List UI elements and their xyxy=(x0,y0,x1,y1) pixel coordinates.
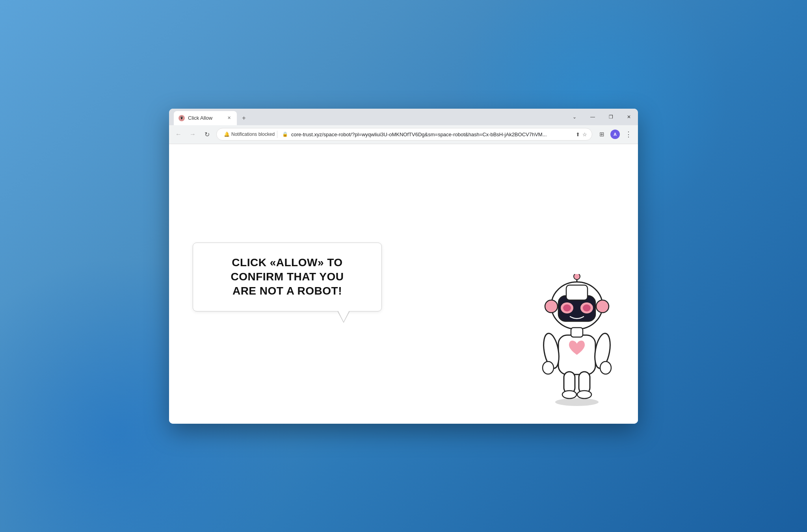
forward-icon: → xyxy=(190,131,196,138)
bookmark-icon[interactable]: ☆ xyxy=(582,132,587,137)
speech-bubble-wrapper: CLICK «ALLOW» TO CONFIRM THAT YOU ARE NO… xyxy=(193,242,382,311)
active-tab[interactable]: Click Allow ✕ xyxy=(174,111,237,125)
svg-point-23 xyxy=(555,398,599,406)
tab-close-button[interactable]: ✕ xyxy=(226,115,232,121)
page-content: CLICK «ALLOW» TO CONFIRM THAT YOU ARE NO… xyxy=(169,144,638,424)
url-text: core-trust.xyz/space-robot/?pl=wyqwliui3… xyxy=(291,132,573,137)
lock-icon: 🔒 xyxy=(282,132,288,137)
back-icon: ← xyxy=(175,131,182,138)
profile-initial: A xyxy=(614,132,617,137)
speech-bubble: CLICK «ALLOW» TO CONFIRM THAT YOU ARE NO… xyxy=(193,242,382,311)
svg-point-4 xyxy=(574,274,580,280)
reload-icon: ↻ xyxy=(205,131,210,138)
svg-rect-24 xyxy=(571,328,583,337)
extensions-icon: ⊞ xyxy=(599,131,604,138)
notifications-blocked-indicator[interactable]: 🔔 Notifications blocked xyxy=(221,131,277,138)
chevron-down-button[interactable]: ⌄ xyxy=(565,111,584,123)
speech-bubble-text: CLICK «ALLOW» TO CONFIRM THAT YOU ARE NO… xyxy=(209,255,366,298)
window-controls: ⌄ — ❐ ✕ xyxy=(565,109,638,125)
back-button[interactable]: ← xyxy=(172,128,185,141)
robot-character xyxy=(532,274,622,424)
svg-point-20 xyxy=(562,391,576,399)
tab-list: Click Allow ✕ + xyxy=(172,109,249,125)
reload-button[interactable]: ↻ xyxy=(201,128,213,141)
speech-line-2: ARE NOT A ROBOT! xyxy=(232,285,342,297)
minimize-button[interactable]: — xyxy=(584,111,602,123)
tab-favicon xyxy=(179,115,185,121)
svg-point-10 xyxy=(583,304,591,311)
close-icon: ✕ xyxy=(627,114,631,120)
maximize-button[interactable]: ❐ xyxy=(602,111,620,123)
more-options-button[interactable]: ⋮ xyxy=(622,128,635,141)
svg-point-16 xyxy=(543,361,554,374)
bell-icon: 🔔 xyxy=(224,132,230,137)
title-bar: Click Allow ✕ + ⌄ — ❐ ✕ xyxy=(169,109,638,125)
navigation-bar: ← → ↻ 🔔 Notifications blocked 🔒 core-tru… xyxy=(169,125,638,144)
chevron-down-icon: ⌄ xyxy=(573,114,576,120)
maximize-icon: ❐ xyxy=(609,114,613,120)
extensions-button[interactable]: ⊞ xyxy=(595,128,608,141)
new-tab-button[interactable]: + xyxy=(238,113,249,124)
svg-point-18 xyxy=(600,361,611,374)
forward-button[interactable]: → xyxy=(186,128,199,141)
svg-point-12 xyxy=(596,300,609,313)
svg-point-11 xyxy=(545,300,558,313)
profile-button[interactable]: A xyxy=(609,128,621,141)
robot-svg xyxy=(532,274,622,424)
svg-point-9 xyxy=(563,304,571,311)
chrome-window: Click Allow ✕ + ⌄ — ❐ ✕ ← → xyxy=(169,109,638,424)
profile-avatar: A xyxy=(610,130,620,139)
address-bar-right-icons: ⬆ ☆ xyxy=(576,132,587,137)
share-icon[interactable]: ⬆ xyxy=(576,132,580,137)
notifications-blocked-label: Notifications blocked xyxy=(231,132,275,137)
tab-title: Click Allow xyxy=(188,115,223,121)
minimize-icon: — xyxy=(590,114,595,120)
more-options-icon: ⋮ xyxy=(625,130,632,139)
address-bar[interactable]: 🔔 Notifications blocked 🔒 core-trust.xyz… xyxy=(216,128,592,141)
nav-right-icons: ⊞ A ⋮ xyxy=(595,128,635,141)
svg-point-22 xyxy=(577,391,591,399)
svg-rect-2 xyxy=(180,117,183,118)
svg-rect-13 xyxy=(566,285,588,300)
speech-line-1: CLICK «ALLOW» TO CONFIRM THAT YOU xyxy=(231,256,344,282)
close-button[interactable]: ✕ xyxy=(620,111,638,123)
